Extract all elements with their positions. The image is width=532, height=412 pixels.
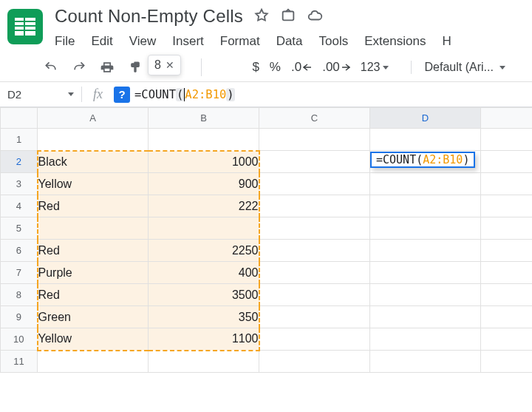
- col-header-C[interactable]: C: [259, 108, 370, 129]
- print-button[interactable]: [98, 58, 117, 77]
- cell[interactable]: [481, 217, 533, 240]
- cell[interactable]: [149, 129, 259, 151]
- cell[interactable]: 1000: [149, 151, 259, 173]
- formula-input[interactable]: =COUNT(A2:B10): [134, 88, 532, 101]
- row-header[interactable]: 4: [1, 195, 38, 217]
- cell[interactable]: [370, 173, 481, 195]
- cell[interactable]: [370, 284, 481, 306]
- cell[interactable]: 400: [149, 262, 259, 284]
- redo-button[interactable]: [69, 58, 89, 77]
- cell[interactable]: 900: [149, 173, 259, 195]
- cell[interactable]: Green: [38, 306, 149, 328]
- cell[interactable]: [481, 151, 533, 173]
- cell[interactable]: [370, 195, 481, 217]
- menu-file[interactable]: File: [55, 34, 75, 49]
- cell[interactable]: Purple: [38, 262, 149, 284]
- cell[interactable]: [370, 351, 481, 373]
- cell[interactable]: Red: [38, 240, 149, 262]
- cell[interactable]: [38, 351, 149, 373]
- row-header[interactable]: 6: [1, 240, 38, 262]
- cell[interactable]: [370, 262, 481, 284]
- name-box[interactable]: D2: [0, 88, 81, 101]
- cell[interactable]: [481, 328, 533, 351]
- cell[interactable]: [259, 129, 370, 151]
- percent-button[interactable]: %: [270, 60, 281, 75]
- cell[interactable]: [259, 306, 370, 328]
- row-header[interactable]: 2: [1, 151, 38, 173]
- menu-insert[interactable]: Insert: [172, 34, 204, 49]
- cell[interactable]: Red: [38, 284, 149, 306]
- row-header[interactable]: 5: [1, 217, 38, 240]
- cell[interactable]: Yellow: [38, 173, 149, 195]
- cell[interactable]: [481, 240, 533, 262]
- menu-extensions[interactable]: Extensions: [364, 34, 426, 49]
- cell[interactable]: [259, 195, 370, 217]
- row-header[interactable]: 1: [1, 129, 38, 151]
- cell[interactable]: [370, 217, 481, 240]
- cell[interactable]: 1100: [149, 328, 259, 351]
- col-header-extra[interactable]: [481, 108, 533, 129]
- cell[interactable]: [370, 328, 481, 351]
- cell[interactable]: [259, 240, 370, 262]
- col-header-B[interactable]: B: [149, 108, 259, 129]
- row-header[interactable]: 8: [1, 284, 38, 306]
- cloud-status-icon[interactable]: [307, 7, 323, 26]
- row-header[interactable]: 10: [1, 328, 38, 351]
- cell[interactable]: [370, 129, 481, 151]
- cell[interactable]: [481, 306, 533, 328]
- cell[interactable]: [481, 129, 533, 151]
- cell[interactable]: [481, 195, 533, 217]
- cell[interactable]: [370, 240, 481, 262]
- more-formats-button[interactable]: 123: [361, 61, 389, 74]
- cell[interactable]: [38, 129, 149, 151]
- cell[interactable]: [481, 262, 533, 284]
- cell[interactable]: [259, 328, 370, 351]
- cell[interactable]: [481, 173, 533, 195]
- row-header[interactable]: 3: [1, 173, 38, 195]
- active-cell-editor[interactable]: =COUNT(A2:B10): [370, 152, 475, 168]
- move-icon[interactable]: [280, 7, 296, 26]
- star-icon[interactable]: [253, 7, 270, 26]
- cell[interactable]: [481, 284, 533, 306]
- paint-format-button[interactable]: [126, 58, 145, 77]
- row-header[interactable]: 7: [1, 262, 38, 284]
- cell[interactable]: [38, 217, 149, 240]
- cell[interactable]: [259, 284, 370, 306]
- spreadsheet-grid[interactable]: A B C D 1 2 Black 1000: [0, 107, 532, 373]
- row-header[interactable]: 9: [1, 306, 38, 328]
- undo-button[interactable]: [41, 58, 61, 77]
- cell[interactable]: [259, 173, 370, 195]
- menu-view[interactable]: View: [129, 34, 157, 49]
- col-header-A[interactable]: A: [38, 108, 149, 129]
- cell[interactable]: Black: [38, 151, 149, 173]
- cell[interactable]: [259, 217, 370, 240]
- font-dropdown[interactable]: Default (Ari...: [411, 61, 505, 74]
- cell[interactable]: Red: [38, 195, 149, 217]
- cell[interactable]: 350: [149, 306, 259, 328]
- menu-data[interactable]: Data: [276, 34, 303, 49]
- cell[interactable]: [259, 351, 370, 373]
- increase-decimal-button[interactable]: .00: [322, 60, 350, 75]
- cell[interactable]: [259, 262, 370, 284]
- col-header-D[interactable]: D: [370, 108, 481, 129]
- select-all-corner[interactable]: [1, 108, 38, 129]
- cell[interactable]: [481, 351, 533, 373]
- row-header[interactable]: 11: [1, 351, 38, 373]
- cell[interactable]: [370, 306, 481, 328]
- formula-help-button[interactable]: ?: [114, 87, 130, 103]
- menu-tools[interactable]: Tools: [319, 34, 349, 49]
- cell[interactable]: 222: [149, 195, 259, 217]
- cell[interactable]: [259, 151, 370, 173]
- cell[interactable]: Yellow: [38, 328, 149, 351]
- cell[interactable]: [149, 351, 259, 373]
- cell[interactable]: 2250: [149, 240, 259, 262]
- decrease-decimal-button[interactable]: .0: [291, 60, 312, 75]
- menu-format[interactable]: Format: [220, 34, 260, 49]
- doc-title[interactable]: Count Non-Empty Cells: [55, 6, 243, 27]
- cell[interactable]: [149, 217, 259, 240]
- menu-help[interactable]: H: [442, 34, 451, 49]
- currency-button[interactable]: $: [252, 60, 259, 75]
- cell[interactable]: 3500: [149, 284, 259, 306]
- menu-edit[interactable]: Edit: [91, 34, 112, 49]
- close-icon[interactable]: ✕: [166, 59, 174, 71]
